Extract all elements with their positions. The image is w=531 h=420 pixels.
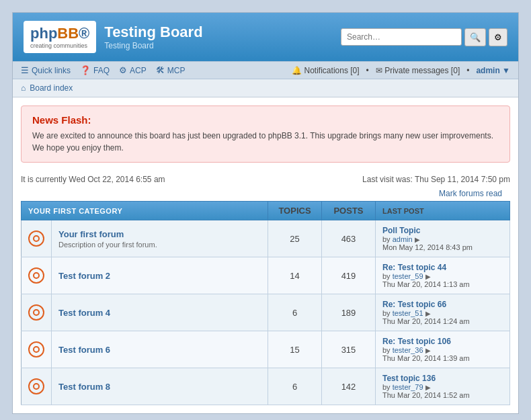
faq-icon: ❓	[80, 65, 91, 75]
forum-name[interactable]: Test forum 6	[58, 345, 261, 355]
status-bar: It is currently Wed Oct 22, 2014 6:55 am…	[13, 171, 518, 188]
view-post-icon[interactable]: ▶	[415, 236, 420, 243]
last-post-user[interactable]: tester_59	[393, 272, 423, 280]
search-button[interactable]: 🔍	[464, 28, 486, 46]
topics-count: 25	[268, 220, 322, 257]
news-flash-title: News Flash:	[32, 114, 499, 126]
faq-link[interactable]: ❓ FAQ	[80, 65, 110, 75]
last-post-title[interactable]: Re: Test topic 66	[382, 300, 503, 309]
forum-info-cell: Test forum 8	[52, 368, 268, 405]
envelope-icon: ✉	[376, 66, 382, 75]
last-post-by: by tester_79 ▶	[382, 383, 503, 391]
current-time: It is currently Wed Oct 22, 2014 6:55 am	[21, 175, 165, 184]
admin-user-link[interactable]: admin ▼	[476, 66, 510, 75]
forum-icon-cell	[22, 220, 52, 257]
last-post-cell: Re: Test topic 106 by tester_36 ▶ Thu Ma…	[376, 331, 510, 368]
notifications-label: Notifications	[304, 66, 348, 75]
last-post-date: Thu Mar 20, 2014 1:39 am	[382, 354, 503, 362]
forum-table: YOUR FIRST CATEGORY TOPICS POSTS LAST PO…	[21, 201, 510, 405]
separator-dot2: •	[466, 66, 469, 75]
mcp-label: MCP	[167, 66, 186, 75]
pm-label: Private messages	[384, 66, 448, 75]
view-post-icon[interactable]: ▶	[425, 347, 431, 354]
breadcrumb-board-index[interactable]: Board index	[30, 83, 73, 93]
mark-read-link[interactable]: Mark forums read	[431, 189, 510, 201]
last-post-user[interactable]: tester_36	[393, 346, 423, 354]
navbar: ☰ Quick links ❓ FAQ ⚙ ACP 🛠 MCP 🔔 Notifi…	[13, 61, 518, 79]
mcp-link[interactable]: 🛠 MCP	[156, 65, 186, 75]
logo-text: phpBB®	[30, 25, 89, 42]
last-post-cell: Re: Test topic 66 by tester_51 ▶ Thu Mar…	[376, 294, 510, 331]
table-row: Your first forum Description of your fir…	[22, 220, 510, 257]
faq-label: FAQ	[93, 66, 110, 75]
table-row: Test forum 2 14 419 Re: Test topic 44 by…	[22, 257, 510, 294]
nav-right: 🔔 Notifications [0] • ✉ Private messages…	[292, 66, 510, 75]
forum-name[interactable]: Test forum 8	[58, 382, 261, 392]
separator-dot: •	[366, 66, 369, 75]
table-row: Test forum 8 6 142 Test topic 136 by tes…	[22, 368, 510, 405]
forum-description: Description of your first forum.	[58, 241, 261, 249]
bell-icon: 🔔	[292, 66, 302, 75]
nav-left: ☰ Quick links ❓ FAQ ⚙ ACP 🛠 MCP	[21, 65, 185, 75]
forum-icon-inner	[33, 383, 40, 390]
posts-count: 463	[322, 220, 376, 257]
logo-tagline: creating communities	[30, 42, 89, 49]
search-area: 🔍 ⚙	[341, 28, 507, 46]
forum-info-cell: Test forum 6	[52, 331, 268, 368]
last-post-user[interactable]: admin	[393, 235, 413, 243]
posts-count: 315	[322, 331, 376, 368]
logo-box: phpBB® creating communities	[24, 21, 96, 53]
last-post-by: by tester_36 ▶	[382, 346, 503, 354]
forum-info-cell: Test forum 4	[52, 294, 268, 331]
board-title: Testing Board	[104, 24, 202, 41]
table-row: Test forum 6 15 315 Re: Test topic 106 b…	[22, 331, 510, 368]
forum-icon	[28, 341, 44, 358]
notifications-count: 0	[353, 66, 358, 75]
last-post-date: Thu Mar 20, 2014 1:24 am	[382, 317, 503, 325]
last-post-title[interactable]: Re: Test topic 44	[382, 263, 503, 272]
search-input[interactable]	[341, 28, 462, 46]
quick-links-menu[interactable]: ☰ Quick links	[21, 65, 71, 75]
news-flash-text: We are excited to announce this board ha…	[32, 130, 499, 154]
forum-icon	[28, 304, 44, 321]
last-post-cell: Poll Topic by admin ▶ Mon May 12, 2014 8…	[376, 220, 510, 257]
forum-name[interactable]: Your first forum	[58, 229, 261, 239]
last-post-user[interactable]: tester_79	[393, 383, 423, 391]
forum-icon-inner	[33, 272, 40, 279]
last-post-cell: Test topic 136 by tester_79 ▶ Thu Mar 20…	[376, 368, 510, 405]
last-post-cell: Re: Test topic 44 by tester_59 ▶ Thu Mar…	[376, 257, 510, 294]
last-post-title[interactable]: Re: Test topic 106	[382, 337, 503, 346]
forum-icon-inner	[33, 346, 40, 353]
posts-count: 189	[322, 294, 376, 331]
forum-info-cell: Your first forum Description of your fir…	[52, 220, 268, 257]
notifications-area: 🔔 Notifications [0]	[292, 66, 359, 75]
forum-name[interactable]: Test forum 2	[58, 271, 261, 281]
forum-name[interactable]: Test forum 4	[58, 308, 261, 318]
board-title-area: Testing Board Testing Board	[104, 24, 202, 50]
lastpost-col-header: LAST POST	[376, 202, 510, 220]
table-row: Test forum 4 6 189 Re: Test topic 66 by …	[22, 294, 510, 331]
last-post-by: by admin ▶	[382, 235, 503, 243]
quick-links-label: Quick links	[32, 66, 71, 75]
view-post-icon[interactable]: ▶	[425, 384, 431, 391]
last-post-user[interactable]: tester_51	[393, 309, 423, 317]
last-post-title[interactable]: Poll Topic	[382, 226, 503, 235]
home-icon: ⌂	[21, 83, 26, 93]
last-post-date: Mon May 12, 2014 8:43 pm	[382, 243, 503, 251]
forum-info-cell: Test forum 2	[52, 257, 268, 294]
last-post-title[interactable]: Test topic 136	[382, 374, 503, 383]
forum-icon	[28, 230, 44, 247]
advanced-search-button[interactable]: ⚙	[489, 28, 507, 46]
topics-count: 14	[268, 257, 322, 294]
view-post-icon[interactable]: ▶	[425, 273, 431, 280]
forum-icon-cell	[22, 368, 52, 405]
private-messages-area: ✉ Private messages [0]	[376, 66, 460, 75]
mcp-icon: 🛠	[156, 65, 165, 75]
view-post-icon[interactable]: ▶	[425, 310, 431, 317]
logo-area: phpBB® creating communities Testing Boar…	[24, 21, 203, 53]
forum-icon-cell	[22, 331, 52, 368]
board-subtitle: Testing Board	[104, 41, 202, 50]
admin-username: admin	[476, 66, 499, 75]
acp-link[interactable]: ⚙ ACP	[119, 65, 147, 75]
forum-icon	[28, 267, 44, 284]
